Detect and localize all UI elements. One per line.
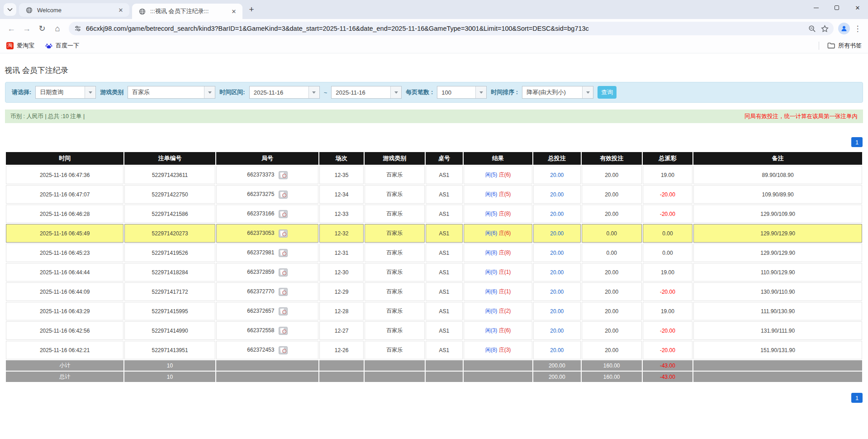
total-bet-cell[interactable]: 20.00	[533, 341, 581, 359]
table-row[interactable]: 2025-11-16 06:42:56522971414990662372558…	[6, 321, 862, 340]
new-tab-button[interactable]: +	[245, 3, 258, 16]
chevron-down-icon[interactable]	[204, 86, 215, 98]
tab-title: :::视讯 会员下注纪录:::	[150, 7, 226, 15]
total-bet-link[interactable]: 20.00	[550, 328, 564, 334]
tab-close-icon[interactable]: ✕	[117, 6, 125, 14]
window-close-button[interactable]: ✕	[847, 0, 868, 15]
total-bet-link[interactable]: 20.00	[550, 172, 564, 178]
total-bet-link[interactable]: 20.00	[550, 269, 564, 276]
total-bet-cell[interactable]: 20.00	[533, 282, 581, 301]
bookmark-baidu[interactable]: 百度一下	[45, 42, 79, 50]
game-type-cell: 百家乐	[365, 185, 425, 204]
select-type-label: 请选择:	[12, 88, 31, 96]
all-bookmarks-button[interactable]: 所有书签	[827, 42, 862, 50]
query-type-select[interactable]: 日期查询	[35, 86, 96, 99]
bet-id-cell: 522971417172	[124, 282, 215, 301]
chevron-down-icon[interactable]	[582, 86, 593, 98]
payout-cell: -20.00	[643, 341, 693, 359]
result-cell: 闲(8) 庄(3)	[464, 341, 532, 359]
round-record-icon[interactable]	[279, 268, 288, 277]
table-row[interactable]: 2025-11-16 06:43:29522971415995662372657…	[6, 302, 862, 320]
round-record-icon[interactable]	[279, 288, 288, 296]
total-bet-link[interactable]: 20.00	[550, 230, 564, 237]
window-maximize-button[interactable]	[826, 0, 847, 15]
table-row[interactable]: 2025-11-16 06:47:36522971423611662373373…	[6, 166, 862, 184]
chevron-down-icon	[7, 8, 13, 11]
sort-select[interactable]: 降幂(由大到小)	[522, 86, 593, 99]
tab-welcome[interactable]: Welcome ✕	[19, 3, 129, 17]
round-record-icon[interactable]	[279, 346, 288, 354]
page-title: 视讯 会员下注纪录	[5, 65, 868, 76]
total-bet-cell[interactable]: 20.00	[533, 185, 581, 204]
page-1-button[interactable]: 1	[851, 393, 863, 403]
date-start-select[interactable]: 2025-11-16	[249, 86, 320, 99]
total-bet-link[interactable]: 20.00	[550, 211, 564, 217]
chevron-down-icon[interactable]	[308, 86, 319, 98]
total-bet-cell[interactable]: 20.00	[533, 224, 581, 243]
url-text[interactable]: 66cxkj98.com/game/betrecord_search/kind3…	[86, 25, 804, 32]
bookmark-taobao[interactable]: 淘 爱淘宝	[6, 42, 34, 50]
table-row[interactable]: 2025-11-16 06:45:49522971420273662373053…	[6, 224, 862, 243]
game-type-label: 游戏类别	[100, 88, 123, 96]
round-record-icon[interactable]	[279, 249, 288, 257]
time-cell: 2025-11-16 06:42:56	[6, 321, 123, 340]
forward-button[interactable]: →	[20, 22, 33, 35]
table-row[interactable]: 2025-11-16 06:47:07522971422750662373275…	[6, 185, 862, 204]
table-row[interactable]: 2025-11-16 06:46:28522971421586662373166…	[6, 205, 862, 223]
zoom-out-icon[interactable]	[807, 24, 816, 33]
site-settings-icon[interactable]	[73, 24, 82, 33]
footer-valid-bet-cell: 160.00	[582, 372, 642, 382]
profile-avatar[interactable]	[838, 23, 850, 34]
page-size-select[interactable]: 100	[437, 86, 487, 99]
total-bet-cell[interactable]: 20.00	[533, 166, 581, 184]
table-row[interactable]: 2025-11-16 06:44:09522971417172662372770…	[6, 282, 862, 301]
result-cell: 闲(6) 庄(1)	[464, 282, 532, 301]
session-cell: 12-27	[319, 321, 363, 340]
total-bet-link[interactable]: 20.00	[550, 289, 564, 295]
chevron-down-icon[interactable]	[390, 86, 401, 98]
browser-menu-button[interactable]: ⋮	[852, 24, 863, 33]
page-1-button[interactable]: 1	[851, 137, 863, 147]
table-row[interactable]: 2025-11-16 06:45:23522971419526662372981…	[6, 243, 862, 262]
page-size-label: 每页笔数 :	[406, 88, 433, 96]
home-button[interactable]: ⌂	[51, 22, 64, 35]
remark-cell: 109.90/89.90	[693, 185, 862, 204]
back-button[interactable]: ←	[5, 22, 18, 35]
result-banker: 庄(8)	[499, 249, 511, 256]
bookmark-star-icon[interactable]	[820, 24, 829, 33]
session-cell: 12-34	[319, 185, 363, 204]
column-header: 场次	[319, 152, 363, 165]
total-bet-cell[interactable]: 20.00	[533, 321, 581, 340]
round-record-icon[interactable]	[279, 327, 288, 335]
total-bet-link[interactable]: 20.00	[550, 191, 564, 198]
total-bet-cell[interactable]: 20.00	[533, 302, 581, 320]
round-record-icon[interactable]	[279, 191, 288, 199]
total-bet-link[interactable]: 20.00	[550, 308, 564, 315]
chevron-down-icon[interactable]	[85, 86, 95, 98]
total-bet-link[interactable]: 20.00	[550, 250, 564, 256]
round-record-icon[interactable]	[279, 307, 288, 315]
total-bet-link[interactable]: 20.00	[550, 347, 564, 353]
footer-empty-cell	[426, 372, 463, 382]
game-type-cell: 百家乐	[365, 224, 425, 243]
chevron-down-icon[interactable]	[475, 86, 486, 98]
summary-bar: 币别 : 人民币 | 总共 :10 注单 | 同局有效投注，统一计算在该局第一张…	[5, 110, 863, 123]
tab-betrecord[interactable]: :::视讯 会员下注纪录::: ✕	[132, 4, 242, 19]
total-bet-cell[interactable]: 20.00	[533, 263, 581, 282]
round-record-icon[interactable]	[279, 171, 288, 179]
total-bet-cell[interactable]: 20.00	[533, 205, 581, 223]
table-row[interactable]: 2025-11-16 06:42:21522971413951662372453…	[6, 341, 862, 359]
tab-close-icon[interactable]: ✕	[230, 7, 238, 15]
game-type-select[interactable]: 百家乐	[128, 86, 215, 99]
table-row[interactable]: 2025-11-16 06:44:44522971418284662372859…	[6, 263, 862, 282]
url-bar[interactable]: 66cxkj98.com/game/betrecord_search/kind3…	[69, 22, 834, 35]
sort-label: 时间排序 :	[491, 88, 518, 96]
window-minimize-button[interactable]	[806, 0, 826, 15]
reload-button[interactable]: ↻	[35, 22, 49, 35]
round-record-icon[interactable]	[279, 229, 288, 238]
search-button[interactable]: 查询	[598, 86, 617, 99]
date-end-select[interactable]: 2025-11-16	[331, 86, 402, 99]
tab-search-button[interactable]	[4, 3, 16, 16]
round-record-icon[interactable]	[279, 210, 288, 218]
total-bet-cell[interactable]: 20.00	[533, 243, 581, 262]
